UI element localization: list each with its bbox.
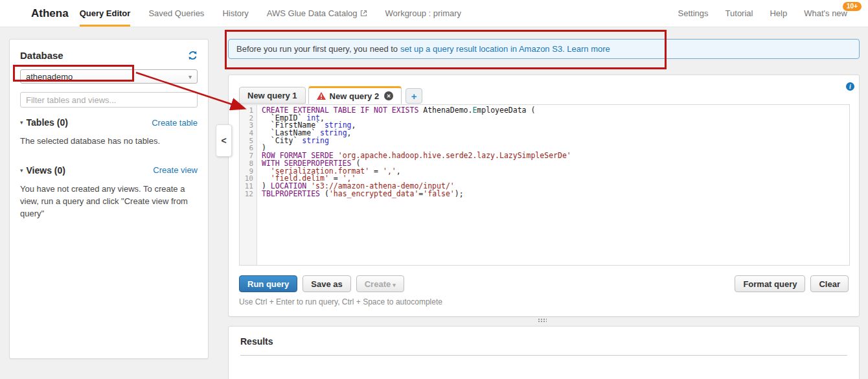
chevron-down-icon[interactable]: ▾ xyxy=(20,167,23,174)
warning-icon xyxy=(317,92,326,100)
nav-item-workgroup-primary[interactable]: Workgroup : primary xyxy=(385,0,462,27)
chevron-down-icon: ▾ xyxy=(393,282,396,288)
nav-item-settings[interactable]: Settings xyxy=(678,0,709,27)
shortcut-hint: Use Ctrl + Enter to run query, Ctrl + Sp… xyxy=(239,297,442,306)
nav-item-history[interactable]: History xyxy=(222,0,248,27)
views-section-header[interactable]: Views (0) xyxy=(27,165,65,176)
results-divider xyxy=(240,355,847,356)
close-icon[interactable]: ✕ xyxy=(384,91,393,100)
line-number: 12 xyxy=(240,190,253,198)
results-panel: Results xyxy=(228,326,860,379)
database-select-value: athenademo xyxy=(26,72,73,82)
line-number: 11 xyxy=(240,183,253,190)
code-line: `City` string xyxy=(262,137,849,145)
query-editor-panel: i New query 1New query 2✕+ 1234567891011… xyxy=(228,75,860,317)
chevron-left-icon: < xyxy=(221,135,226,146)
create-button-label: Create xyxy=(365,279,391,289)
nav-item-tutorial[interactable]: Tutorial xyxy=(725,0,753,27)
format-query-button[interactable]: Format query xyxy=(735,275,805,292)
save-as-button[interactable]: Save as xyxy=(303,275,350,292)
create-button[interactable]: Create▾ xyxy=(356,275,404,292)
whats-new-badge: 10+ xyxy=(843,2,862,11)
refresh-icon[interactable] xyxy=(188,51,198,60)
setup-banner: Before you run your first query, you nee… xyxy=(228,39,860,59)
athena-logo[interactable]: Athena xyxy=(31,0,69,27)
external-link-icon xyxy=(360,10,367,17)
tab-new-query-1[interactable]: New query 1 xyxy=(239,87,306,104)
resize-handle[interactable] xyxy=(538,318,547,323)
line-number: 4 xyxy=(240,130,253,137)
nav-item-help[interactable]: Help xyxy=(770,0,787,27)
add-query-tab-button[interactable]: + xyxy=(405,88,422,104)
database-panel: Database athenademo ▾ ▾ Tables (0) Creat… xyxy=(9,39,209,359)
nav-item-query-editor[interactable]: Query Editor xyxy=(80,0,131,27)
collapse-sidebar-button[interactable]: < xyxy=(216,124,232,157)
create-view-link[interactable]: Create view xyxy=(153,165,198,175)
nav-item-what-s-new[interactable]: What's new10+ xyxy=(804,0,847,27)
code-line: CREATE EXTERNAL TABLE IF NOT EXISTS Athe… xyxy=(262,107,849,115)
code-line: `LastName` string, xyxy=(262,130,849,137)
code-area: CREATE EXTERNAL TABLE IF NOT EXISTS Athe… xyxy=(257,105,849,265)
results-title: Results xyxy=(240,336,847,347)
info-icon[interactable]: i xyxy=(846,82,854,91)
tab-new-query-2[interactable]: New query 2✕ xyxy=(308,86,402,104)
line-number: 1 xyxy=(240,107,253,115)
database-select[interactable]: athenademo ▾ xyxy=(20,69,198,84)
views-empty-text: You have not created any views. To creat… xyxy=(20,183,198,220)
editor-actions: Run query Save as Create▾ Format query C… xyxy=(239,275,849,292)
create-table-link[interactable]: Create table xyxy=(152,118,198,128)
run-query-button[interactable]: Run query xyxy=(239,275,297,292)
line-number: 8 xyxy=(240,160,253,168)
banner-text: Before you run your first query, you nee… xyxy=(236,44,398,54)
nav-item-saved-queries[interactable]: Saved Queries xyxy=(148,0,204,27)
banner-link[interactable]: set up a query result location in Amazon… xyxy=(400,44,610,54)
tab-label: New query 1 xyxy=(247,91,297,100)
code-line: TBLPROPERTIES ('has_encrypted_data'='fal… xyxy=(262,190,849,198)
top-navigation: Athena Query EditorSaved QueriesHistoryA… xyxy=(0,0,868,27)
tables-empty-text: The selected database has no tables. xyxy=(20,135,198,148)
database-label: Database xyxy=(20,50,63,61)
chevron-down-icon: ▾ xyxy=(188,73,192,80)
nav-item-aws-glue-data-catalog[interactable]: AWS Glue Data Catalog xyxy=(267,0,367,27)
clear-button[interactable]: Clear xyxy=(810,275,849,292)
tables-section-header[interactable]: Tables (0) xyxy=(27,117,68,128)
chevron-down-icon[interactable]: ▾ xyxy=(20,119,23,126)
tab-label: New query 2 xyxy=(330,91,380,101)
filter-tables-input[interactable] xyxy=(20,92,198,108)
sql-editor[interactable]: 123456789101112 CREATE EXTERNAL TABLE IF… xyxy=(239,104,850,266)
nav-right-items: SettingsTutorialHelpWhat's new10+ xyxy=(678,0,868,27)
query-tabs: New query 1New query 2✕+ xyxy=(239,86,422,104)
line-numbers: 123456789101112 xyxy=(240,105,257,265)
nav-left-items: Query EditorSaved QueriesHistoryAWS Glue… xyxy=(80,0,461,27)
